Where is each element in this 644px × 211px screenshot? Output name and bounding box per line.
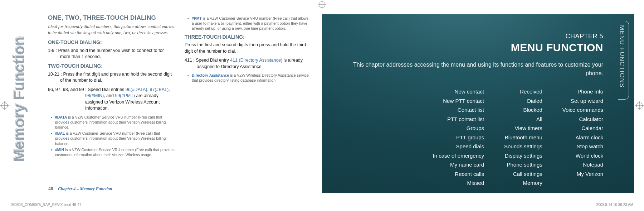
menu-item: My name card [433,160,484,169]
menu-col-1: New contactNew PTT contactContact listPT… [433,87,484,188]
menu-item: Set up wizard [562,96,603,106]
speed-dial-411: 411 : Speed Dial entry 411 (Directory As… [185,57,311,70]
menu-col-3: Phone infoSet up wizardVoice commandsCal… [562,87,603,188]
two-touch-heading: TWO-TOUCH DIALING: [48,63,175,69]
sd-link-min: 98(#MIN) [85,93,104,98]
note-pmt: #PMT is a VZW Customer Service VRU numbe… [189,16,311,31]
right-page: CHAPTER 5 MENU FUNCTION This chapter add… [322,0,644,211]
menu-item: Dialed [504,96,542,106]
sd-link-bal: 97(#BAL) [150,87,169,92]
menu-item: View timers [504,124,542,133]
menu-item: Stop watch [562,142,603,151]
three-touch-body: Press the first and second digits then p… [185,42,311,54]
menu-item: Calendar [562,124,603,133]
notes-list-a: #DATA is a VZW Customer Service VRU numb… [48,115,175,157]
menu-columns: New contactNew PTT contactContact listPT… [343,87,603,188]
side-header-fill: Memory Function [11,37,28,162]
print-slug-right: 2008.8.14 10:36:23 AM [596,203,633,207]
chapter-description: This chapter addresses accessing the men… [343,61,603,78]
sd-link-pmt: 99(#PMT) [115,93,135,98]
chapter-number: CHAPTER 5 [343,33,603,39]
menu-item: Call settings [504,169,542,179]
chapter-footer-label: Chapter 4 – Memory Function [58,187,112,191]
chapter-panel: CHAPTER 5 MENU FUNCTION This chapter add… [322,14,634,193]
menu-item: Recent calls [433,169,484,179]
sd-link-data: 96(#DATA) [126,87,147,92]
menu-item: Bluetooth menu [504,133,542,142]
menu-item: Blocked [504,105,542,115]
menu-item: Calculator [562,115,603,124]
page-footer: 46 Chapter 4 – Memory Function [48,187,112,191]
page-title: ONE, TWO, THREE-TOUCH DIALING [48,14,175,21]
menu-item: New contact [433,87,484,96]
menu-item: Phone settings [504,160,542,169]
menu-item: Notepad [562,160,603,169]
left-column: ONE, TWO, THREE-TOUCH DIALING Ideal for … [48,14,175,158]
menu-item: Phone info [562,87,603,96]
note-bal: #BAL is a VZW Customer Service VRU numbe… [52,131,175,146]
menu-item: In case of emergency [433,151,484,160]
menu-item: World clock [562,151,603,160]
sd-prefix: 96, 97, 98, and 99 : Speed Dial entries [48,87,126,92]
menu-item: Missed [433,178,484,188]
note-data: #DATA is a VZW Customer Service VRU numb… [52,115,175,130]
right-column: #PMT is a VZW Customer Service VRU numbe… [185,14,311,158]
left-page: Memory Function Memory Function ONE, TWO… [0,0,322,211]
one-touch-body: 1-9 : Press and hold the number you wish… [48,48,175,60]
note-min: #MIN is a VZW Customer Service VRU numbe… [52,147,175,157]
print-slug-left: 080803_CDM8975_RAP_REV00.indd 46-47 [11,203,81,207]
page-number: 46 [48,187,53,191]
menu-item: Sounds settings [504,142,542,151]
menu-item: Alarm clock [562,133,603,142]
side-tab-label: MENU FUNCTIONS [619,25,628,89]
chapter-title: MENU FUNCTION [343,42,603,53]
menu-item: Voice commands [562,105,603,115]
menu-item: All [504,115,542,124]
menu-item: Speed dials [433,142,484,151]
menu-item: Received [504,87,542,96]
side-header-memory-function: Memory Function Memory Function [6,16,32,163]
one-touch-heading: ONE-TOUCH DIALING: [48,39,175,45]
speed-dial-body: 96, 97, 98, and 99 : Speed Dial entries … [48,87,175,112]
notes-list-b: #PMT is a VZW Customer Service VRU numbe… [185,16,311,31]
menu-item: New PTT contact [433,96,484,106]
menu-item: Groups [433,124,484,133]
sd-link-411: 411 (Directory Assistance) [230,58,282,63]
notes-list-c: Directory Assistance is a VZW Wireless D… [185,73,311,83]
menu-col-2: ReceivedDialedBlockedAllView timersBluet… [504,87,542,188]
menu-item: My Verizon [562,169,603,179]
menu-item: Memory [504,178,542,188]
menu-item: PTT groups [433,133,484,142]
three-touch-heading: THREE-TOUCH DIALING: [185,34,311,40]
menu-item: PTT contact list [433,115,484,124]
two-touch-body: 10-21 : Press the first digit and press … [48,71,175,84]
page-spread: Memory Function Memory Function ONE, TWO… [0,0,644,211]
intro-text: Ideal for frequently dialed numbers, thi… [48,24,175,36]
note-directory-assistance: Directory Assistance is a VZW Wireless D… [189,73,311,83]
menu-item: Display settings [504,151,542,160]
menu-item: Contact list [433,105,484,115]
